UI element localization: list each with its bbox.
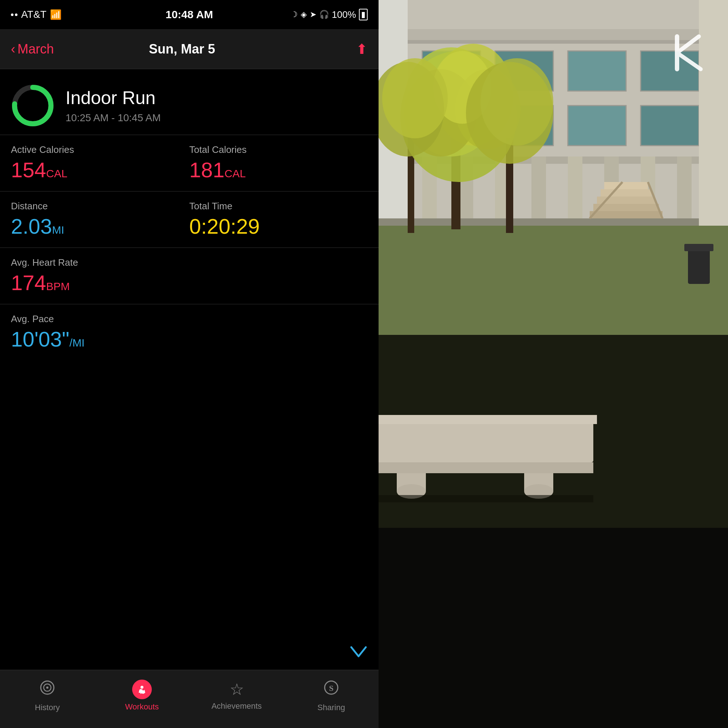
heart-rate-row: Avg. Heart Rate 174BPM <box>0 248 379 304</box>
chevron-down-icon[interactable] <box>349 641 368 662</box>
total-time-block: Total Time 0:20:29 <box>189 200 368 239</box>
tab-sharing[interactable]: S Sharing <box>295 679 368 712</box>
photo-scene <box>379 0 728 728</box>
active-cal-label: Active Calories <box>11 144 189 155</box>
share-button[interactable]: ⬆ <box>356 41 368 57</box>
workout-header: Indoor Run 10:25 AM - 10:45 AM <box>0 69 379 135</box>
svg-point-45 <box>382 58 448 138</box>
status-time: 10:48 AM <box>166 8 213 21</box>
total-cal-value: 181CAL <box>189 158 368 182</box>
svg-rect-56 <box>379 419 593 462</box>
nav-bar: ‹ March Sun, Mar 5 ⬆ <box>0 29 379 69</box>
screen: AT&T 📶 10:48 AM ☽ ◈ ➤ 🎧 100% ▮ ‹ March S… <box>0 0 728 728</box>
svg-rect-18 <box>568 51 626 91</box>
location-icon: ◈ <box>301 10 307 19</box>
heart-rate-value: 174BPM <box>11 271 368 295</box>
app-logo <box>666 29 713 83</box>
active-cal-block: Active Calories 154CAL <box>11 144 189 182</box>
total-time-value: 0:20:29 <box>189 214 368 239</box>
pace-label: Avg. Pace <box>11 314 368 325</box>
status-left: AT&T 📶 <box>11 9 61 20</box>
workout-type: Indoor Run <box>66 87 161 109</box>
svg-rect-23 <box>641 106 699 145</box>
headphone-icon: 🎧 <box>319 10 329 19</box>
tab-bar: History Workouts ☆ Achievements <box>0 670 379 728</box>
sharing-icon: S <box>323 679 340 700</box>
svg-rect-67 <box>379 528 728 728</box>
svg-point-4 <box>46 687 48 689</box>
history-icon <box>38 679 56 700</box>
distance-block: Distance 2.03MI <box>11 200 189 239</box>
wifi-icon: 📶 <box>50 9 61 20</box>
tab-workouts[interactable]: Workouts <box>106 680 178 712</box>
workout-title-block: Indoor Run 10:25 AM - 10:45 AM <box>66 84 161 124</box>
workouts-icon <box>132 680 152 699</box>
svg-rect-62 <box>379 462 593 473</box>
svg-rect-57 <box>379 415 597 424</box>
history-tab-label: History <box>35 703 60 712</box>
workouts-tab-label: Workouts <box>125 702 159 712</box>
tab-history[interactable]: History <box>11 679 84 712</box>
svg-rect-52 <box>604 182 648 189</box>
arrow-icon: ➤ <box>310 10 316 19</box>
svg-rect-63 <box>379 495 593 502</box>
total-cal-block: Total Calories 181CAL <box>189 144 368 182</box>
distance-time-row: Distance 2.03MI Total Time 0:20:29 <box>0 191 379 248</box>
status-right: ☽ ◈ ➤ 🎧 100% ▮ <box>291 9 368 20</box>
workout-content: Indoor Run 10:25 AM - 10:45 AM Active Ca… <box>0 69 379 670</box>
svg-point-6 <box>141 686 144 689</box>
nav-title: Sun, Mar 5 <box>149 41 215 57</box>
pace-value: 10'03"/MI <box>11 327 368 351</box>
sharing-tab-label: Sharing <box>317 703 345 712</box>
total-time-label: Total Time <box>189 200 368 212</box>
carrier-label: AT&T <box>21 9 46 20</box>
back-button[interactable]: ‹ March <box>11 41 54 57</box>
moon-icon: ☽ <box>291 10 298 19</box>
distance-value: 2.03MI <box>11 214 189 239</box>
signal-icon <box>11 14 17 16</box>
activity-ring <box>11 84 55 127</box>
calories-row: Active Calories 154CAL Total Calories 18… <box>0 135 379 191</box>
svg-line-70 <box>677 53 701 69</box>
svg-rect-34 <box>379 226 728 335</box>
achievements-icon: ☆ <box>230 680 244 699</box>
heart-rate-label: Avg. Heart Rate <box>11 257 368 268</box>
share-icon: ⬆ <box>356 41 368 57</box>
workout-time-range: 10:25 AM - 10:45 AM <box>66 112 161 124</box>
svg-rect-64 <box>688 248 710 284</box>
svg-point-47 <box>480 58 553 145</box>
total-cal-label: Total Calories <box>189 144 368 155</box>
battery-label: 100% <box>332 9 356 20</box>
status-bar: AT&T 📶 10:48 AM ☽ ◈ ➤ 🎧 100% ▮ <box>0 0 379 29</box>
right-panel <box>379 0 728 728</box>
svg-line-69 <box>677 37 699 53</box>
svg-rect-65 <box>684 244 713 251</box>
active-cal-value: 154CAL <box>11 158 189 182</box>
distance-label: Distance <box>11 200 189 212</box>
tab-achievements[interactable]: ☆ Achievements <box>200 680 273 711</box>
battery-icon: ▮ <box>359 9 368 20</box>
pace-row: Avg. Pace 10'03"/MI <box>0 304 379 360</box>
achievements-tab-label: Achievements <box>211 701 262 711</box>
left-panel: AT&T 📶 10:48 AM ☽ ◈ ➤ 🎧 100% ▮ ‹ March S… <box>0 0 379 728</box>
svg-rect-33 <box>379 219 728 226</box>
svg-rect-51 <box>601 189 652 197</box>
svg-text:S: S <box>329 684 333 693</box>
svg-rect-48 <box>590 211 662 219</box>
svg-rect-22 <box>568 106 626 145</box>
